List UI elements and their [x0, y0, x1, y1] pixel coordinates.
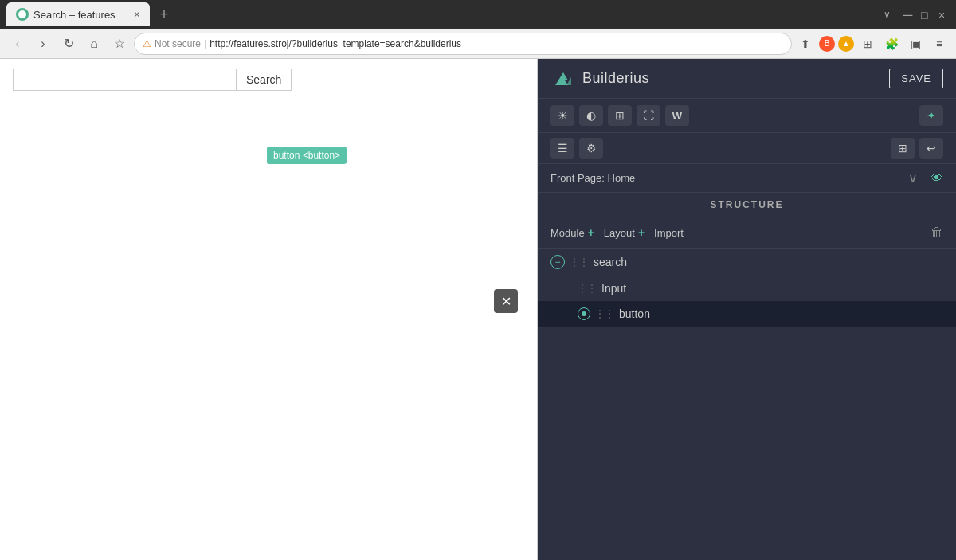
import-button[interactable]: Import: [654, 227, 684, 239]
wordpress-button[interactable]: W: [665, 105, 689, 126]
search-button[interactable]: Search: [236, 69, 292, 91]
delete-icon: 🗑: [931, 225, 943, 239]
nav-actions: ⬆ B ▲ ⊞ 🧩 ▣ ≡: [795, 33, 950, 54]
tree-label-search: search: [594, 256, 627, 268]
menu-button[interactable]: ≡: [929, 33, 950, 54]
share-button[interactable]: ⬆: [795, 33, 816, 54]
browser-chrome: Search – features × + ∨ ─ □ × ‹ › ↻ ⌂ ☆ …: [0, 0, 956, 59]
structure-tree: − ⋮⋮ search ⋮⋮ Input ⋮⋮ button: [538, 249, 956, 327]
drag-handle-button[interactable]: ⋮⋮: [595, 308, 614, 319]
browser-tabs: Search – features × + ∨ ─ □ ×: [0, 0, 956, 29]
fullscreen-button[interactable]: ⛶: [637, 105, 660, 126]
main-layout: Search button <button> ✕ Builderius SAVE: [0, 59, 956, 560]
bookmark-button[interactable]: ☆: [108, 33, 131, 55]
page-selector-label: Front Page: Home: [550, 172, 908, 184]
tree-item-input[interactable]: ⋮⋮ Input: [538, 276, 956, 301]
puzzle-icon[interactable]: 🧩: [881, 33, 902, 54]
visibility-toggle-button[interactable]: 👁: [931, 171, 943, 186]
builder-header: Builderius SAVE: [538, 59, 956, 99]
structure-header: STRUCTURE: [538, 193, 956, 217]
search-widget: Search: [0, 59, 537, 100]
tab-title: Search – features: [33, 9, 116, 21]
close-overlay-button[interactable]: ✕: [494, 289, 518, 313]
security-warning-icon: ⚠: [143, 38, 151, 49]
preview-content: Search button <button>: [0, 59, 537, 100]
structure-button[interactable]: ☰: [550, 138, 574, 159]
history-button[interactable]: ↩: [919, 138, 943, 159]
address-separator: |: [204, 38, 206, 49]
layout-label: Layout: [604, 227, 635, 239]
layers-button[interactable]: ⊞: [891, 138, 915, 159]
magic-button[interactable]: ✦: [919, 105, 943, 126]
url-text: http://features.stroj/?builderius_templa…: [210, 38, 461, 49]
security-warning-text: Not secure: [155, 38, 201, 49]
brave-icon[interactable]: B: [819, 36, 835, 52]
home-button[interactable]: ⌂: [83, 33, 105, 55]
logo-icon: [550, 66, 576, 92]
import-label: Import: [654, 227, 684, 239]
tab-close-button[interactable]: ×: [134, 8, 140, 21]
sidebar-button[interactable]: ▣: [905, 33, 926, 54]
builder-panel: Builderius SAVE ☀ ◐ ⊞ ⛶ W ✦ ☰ ⚙ ⊞ ↩ Fron…: [538, 59, 956, 560]
refresh-button[interactable]: ↻: [57, 33, 80, 55]
drag-handle-input[interactable]: ⋮⋮: [578, 283, 597, 294]
browser-nav: ‹ › ↻ ⌂ ☆ ⚠ Not secure | http://features…: [0, 29, 956, 59]
window-controls: ─ □ ×: [903, 9, 950, 20]
builder-toolbar-1: ☀ ◐ ⊞ ⛶ W ✦: [538, 99, 956, 133]
builder-title: Builderius: [582, 70, 649, 87]
tree-item-search[interactable]: − ⋮⋮ search: [538, 249, 956, 276]
preview-area: Search button <button> ✕: [0, 59, 538, 560]
tabs-overflow[interactable]: ∨: [884, 9, 891, 20]
layout-plus-icon: +: [638, 226, 645, 239]
extensions-button[interactable]: ⊞: [857, 33, 878, 54]
tree-label-button: button: [619, 307, 650, 320]
tree-status-button: [578, 307, 590, 320]
structure-actions: Module + Layout + Import 🗑: [538, 217, 956, 249]
save-button[interactable]: SAVE: [889, 69, 943, 88]
tree-item-button[interactable]: ⋮⋮ button: [538, 301, 956, 327]
forward-button[interactable]: ›: [32, 33, 54, 55]
tab-favicon: [16, 8, 29, 21]
close-window-button[interactable]: ×: [938, 9, 950, 20]
add-module-button[interactable]: Module +: [550, 226, 594, 239]
search-input[interactable]: [13, 69, 236, 91]
add-layout-button[interactable]: Layout +: [604, 226, 645, 239]
address-bar[interactable]: ⚠ Not secure | http://features.stroj/?bu…: [134, 33, 792, 55]
builder-toolbar-2: ☰ ⚙ ⊞ ↩: [538, 133, 956, 164]
layout-button[interactable]: ⊞: [608, 105, 632, 126]
tree-expand-search[interactable]: −: [550, 255, 565, 269]
page-selector-chevron: ∨: [908, 170, 918, 186]
button-tooltip: button <button>: [267, 147, 347, 164]
page-selector: Front Page: Home ∨ 👁: [538, 164, 956, 193]
back-button[interactable]: ‹: [6, 33, 29, 55]
theme-light-button[interactable]: ☀: [550, 105, 574, 126]
delete-button[interactable]: 🗑: [931, 225, 943, 240]
tree-label-input: Input: [601, 282, 626, 295]
module-plus-icon: +: [588, 226, 594, 239]
brave-rewards-icon[interactable]: ▲: [838, 36, 854, 52]
builder-logo: Builderius: [550, 66, 649, 92]
minimize-button[interactable]: ─: [903, 9, 915, 20]
settings-button[interactable]: ⚙: [579, 138, 603, 159]
maximize-button[interactable]: □: [921, 9, 932, 20]
new-tab-button[interactable]: +: [153, 3, 175, 25]
drag-handle-search[interactable]: ⋮⋮: [570, 257, 589, 268]
theme-dark-button[interactable]: ◐: [579, 105, 603, 126]
active-tab[interactable]: Search – features ×: [6, 2, 150, 26]
module-label: Module: [550, 227, 585, 239]
